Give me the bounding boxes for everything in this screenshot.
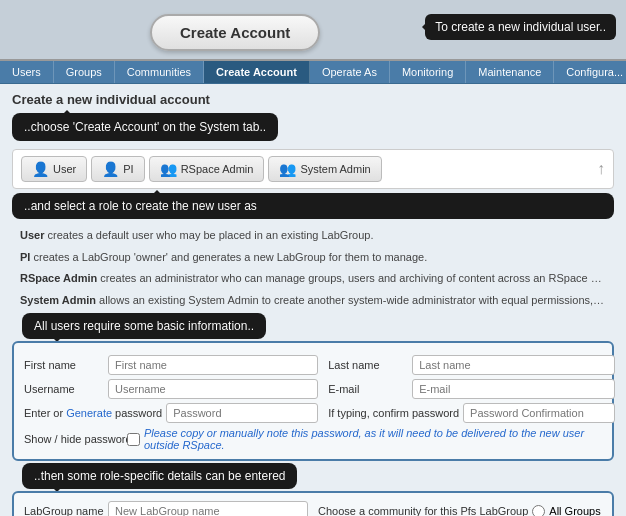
role-desc-system-admin: System Admin allows an existing System A…: [12, 290, 614, 312]
form-row-lastname: Last name: [328, 355, 615, 375]
role-btn-pi[interactable]: 👤 PI: [91, 156, 144, 182]
radio-row-all-groups: All Groups: [532, 505, 600, 516]
pi-icon: 👤: [102, 161, 119, 177]
tab-groups[interactable]: Groups: [54, 61, 115, 83]
show-hide-label: Show / hide passwords: [24, 433, 123, 445]
create-account-btn-wrap: Create Account: [150, 14, 320, 51]
role-btn-system-admin[interactable]: 👥 System Admin: [268, 156, 381, 182]
basic-info-section: First name Last name Username E-mail: [12, 341, 614, 461]
role-rspace-admin-label: RSpace Admin: [181, 163, 254, 175]
page-title: Create a new individual account: [12, 92, 614, 107]
main-content: Create a new individual account ..choose…: [0, 84, 626, 516]
role-descriptions: User creates a default user who may be p…: [12, 225, 614, 311]
nav-tabs: Users Groups Communities Create Account …: [0, 61, 626, 84]
password-note: Please copy or manually note this passwo…: [144, 427, 602, 451]
first-name-input[interactable]: [108, 355, 318, 375]
generate-link[interactable]: Generate: [66, 407, 112, 419]
form-row-labgroup: LabGroup name: [24, 501, 308, 516]
tab-operate-as[interactable]: Operate As: [310, 61, 390, 83]
user-icon: 👤: [32, 161, 49, 177]
last-name-input[interactable]: [412, 355, 615, 375]
form-row-email: E-mail: [328, 379, 615, 399]
system-admin-icon: 👥: [279, 161, 296, 177]
confirm-label: If typing, confirm password: [328, 407, 459, 419]
scroll-icon[interactable]: ↑: [597, 160, 605, 178]
tab-maintenance[interactable]: Maintenance: [466, 61, 554, 83]
form-row-password: Enter or Generate password: [24, 403, 318, 423]
role-desc-rspace-admin: RSpace Admin creates an administrator wh…: [12, 268, 614, 290]
role-user-label: User: [53, 163, 76, 175]
top-header: Create Account To create a new individua…: [0, 0, 626, 61]
tab-create-account[interactable]: Create Account: [204, 61, 310, 83]
username-input[interactable]: [108, 379, 318, 399]
tab-configura[interactable]: Configura...: [554, 61, 626, 83]
role-btn-user[interactable]: 👤 User: [21, 156, 87, 182]
email-label: E-mail: [328, 383, 408, 395]
role-desc-user: User creates a default user who may be p…: [12, 225, 614, 247]
form-row-community: Choose a community for this Pfs LabGroup…: [318, 501, 602, 516]
email-input[interactable]: [412, 379, 615, 399]
tab-users[interactable]: Users: [0, 61, 54, 83]
labgroup-label: LabGroup name: [24, 505, 104, 516]
role-desc-pi: PI creates a LabGroup 'owner' and genera…: [12, 247, 614, 269]
radio-all-groups-label: All Groups: [549, 505, 600, 516]
community-label: Choose a community for this Pfs LabGroup: [318, 505, 528, 516]
radio-group: All Groups: [532, 505, 600, 516]
username-label: Username: [24, 383, 104, 395]
show-hide-checkbox[interactable]: [127, 433, 140, 446]
role-system-admin-label: System Admin: [300, 163, 370, 175]
password-input[interactable]: [166, 403, 318, 423]
role-details-section: LabGroup name Choose a community for thi…: [12, 491, 614, 516]
first-name-label: First name: [24, 359, 104, 371]
role-btn-rspace-admin[interactable]: 👥 RSpace Admin: [149, 156, 265, 182]
form-grid: First name Last name Username E-mail: [24, 355, 602, 423]
tab-monitoring[interactable]: Monitoring: [390, 61, 466, 83]
form-row-username: Username: [24, 379, 318, 399]
top-tooltip: To create a new individual user..: [425, 14, 616, 40]
show-hide-row: Show / hide passwords Please copy or man…: [24, 427, 602, 451]
form-grid2: LabGroup name Choose a community for thi…: [24, 501, 602, 516]
password-label: Enter or Generate password: [24, 407, 162, 419]
form-row-confirm: If typing, confirm password: [328, 403, 615, 423]
role-pi-label: PI: [123, 163, 133, 175]
form-row-firstname: First name: [24, 355, 318, 375]
labgroup-input[interactable]: [108, 501, 308, 516]
tooltip-role: ..and select a role to create the new us…: [12, 193, 614, 219]
tab-communities[interactable]: Communities: [115, 61, 204, 83]
confirm-input[interactable]: [463, 403, 615, 423]
rspace-admin-icon: 👥: [160, 161, 177, 177]
role-selector: 👤 User 👤 PI 👥 RSpace Admin 👥 System Admi…: [12, 149, 614, 189]
radio-all-groups[interactable]: [532, 505, 545, 516]
tooltip-basic: All users require some basic information…: [22, 313, 266, 339]
create-account-button[interactable]: Create Account: [150, 14, 320, 51]
tooltip-role-details: ..then some role-specific details can be…: [22, 463, 297, 489]
tooltip-choose: ..choose 'Create Account' on the System …: [12, 113, 278, 141]
last-name-label: Last name: [328, 359, 408, 371]
